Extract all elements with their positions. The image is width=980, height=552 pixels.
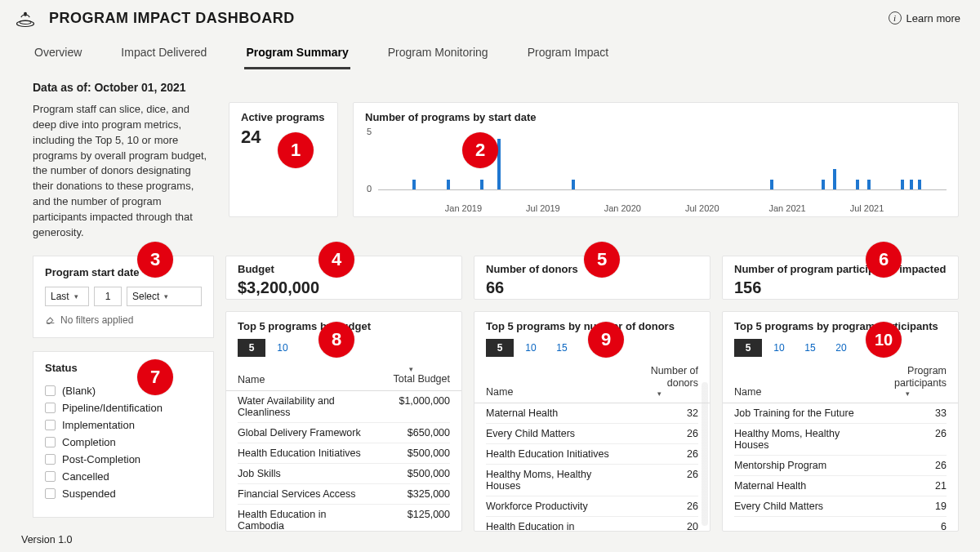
table-row[interactable]: Maternal Health21 [734,476,947,496]
active-programs-label: Active programs [241,111,326,123]
chart-bar[interactable] [833,169,836,189]
x-tick: Jan 2020 [604,203,641,213]
table-row[interactable]: Every Child Matters26 [486,424,698,444]
table-row[interactable]: Health Education in Cambodia20 [486,517,698,531]
col-name[interactable]: Name [734,386,868,398]
cell-value: 26 [868,460,947,471]
card-active-programs: Active programs 24 [229,102,338,217]
topn-tab[interactable]: 10 [517,339,545,357]
topn-tab[interactable]: 15 [548,339,576,357]
scrollbar[interactable] [702,382,708,526]
topn-tab[interactable]: 15 [796,339,824,357]
filter-status-title: Status [45,362,202,374]
chart-bar[interactable] [867,180,871,189]
checkbox-icon [45,420,56,430]
topn-tab[interactable]: 10 [765,339,793,357]
table-row[interactable]: Mentorship Program26 [734,456,947,476]
chart-bar[interactable] [412,180,416,189]
table-budget-title: Top 5 programs by budget [226,320,461,332]
chart-bar[interactable] [910,180,913,189]
cell-value: 26 [620,469,698,492]
table-row[interactable]: Health Education in Cambodia$125,000 [238,505,450,531]
status-option-label: Completion [62,436,116,448]
chart-bar[interactable] [572,180,575,189]
cell-name: Every Child Matters [734,501,868,512]
tab-overview[interactable]: Overview [33,41,83,69]
status-option[interactable]: Suspended [45,485,202,502]
table-row[interactable]: Healthy Moms, Healthy Houses26 [486,465,698,496]
filter-mode-select[interactable]: Last▾ [45,287,89,306]
chart-bar[interactable] [447,180,450,189]
tab-program-impact[interactable]: Program Impact [526,41,611,69]
table-row[interactable]: Job Training for the Future33 [734,403,947,424]
table-row[interactable]: Global Delivery Framework$650,000 [238,423,450,443]
cell-value: 33 [868,407,947,419]
status-option[interactable]: Pipeline/Identification [45,399,202,416]
table-row[interactable]: Job Skills$500,000 [238,464,450,484]
table-participants-title: Top 5 programs by program participants [723,320,958,332]
topn-tab[interactable]: 5 [734,339,762,357]
table-row[interactable]: Workforce Productivity26 [486,496,698,517]
budget-value: $3,200,000 [238,278,450,297]
topn-tab[interactable]: 5 [486,339,514,357]
table-row[interactable]: Health Education Initiatives$500,000 [238,443,450,464]
filter-start-date: Program start date Last▾ 1 Select▾ No fi… [33,256,214,338]
intro-text: Program staff can slice, dice, and deep … [33,102,214,241]
cell-value: $500,000 [372,447,450,459]
y-tick-5: 5 [367,127,372,136]
table-top-participants: Top 5 programs by program participants 5… [722,311,959,532]
cell-name: Workforce Productivity [486,501,620,512]
filter-count-input[interactable]: 1 [94,287,122,306]
chart-bar[interactable] [497,139,501,189]
chart-area[interactable]: 5 0 Jan 2019Jul 2019Jan 2020Jul 2020Jan … [378,127,947,202]
topn-tab[interactable]: 20 [827,339,855,357]
status-option-label: Pipeline/Identification [62,402,163,414]
checkbox-icon [45,488,56,499]
table-row[interactable]: Every Child Matters19 [734,496,947,517]
sort-desc-icon: ▾ [372,365,450,374]
filter-unit-select[interactable]: Select▾ [127,287,202,306]
sort-desc-icon: ▾ [620,390,698,398]
chart-bar[interactable] [480,180,483,189]
status-option[interactable]: Cancelled [45,468,202,485]
cell-name: Health Education Initiatives [486,448,620,460]
chart-bar[interactable] [901,180,904,189]
tab-impact-delivered[interactable]: Impact Delivered [119,41,208,69]
status-option[interactable]: Post-Completion [45,451,202,468]
x-tick: Jul 2020 [685,203,719,213]
col-name[interactable]: Name [238,374,372,385]
donors-label: Number of donors [486,263,698,275]
col-name[interactable]: Name [486,386,620,398]
checkbox-icon [45,385,56,396]
no-filters-row[interactable]: No filters applied [45,314,202,326]
x-tick: Jan 2019 [445,203,482,213]
table-row[interactable]: Healthy Moms, Healthy Houses26 [734,424,947,456]
chart-bar[interactable] [770,180,773,189]
chart-bar[interactable] [856,180,859,189]
cell-value: 32 [620,407,698,419]
status-option[interactable]: (Blank) [45,382,202,399]
table-row[interactable]: Water Availability and Cleanliness$1,000… [238,391,450,423]
cell-value: $650,000 [372,427,450,438]
topn-tab[interactable]: 10 [269,339,296,357]
chart-bar[interactable] [822,180,825,189]
table-row[interactable]: Maternal Health32 [486,403,698,424]
status-option-label: Suspended [62,487,116,500]
col-participants[interactable]: Program participants▾ [868,365,947,398]
cell-name: Health Education Initiatives [238,447,372,459]
table-row[interactable]: Health Education Initiatives26 [486,444,698,465]
col-num-donors[interactable]: Number of donors▾ [620,365,698,398]
status-option[interactable]: Implementation [45,416,202,434]
tab-program-summary[interactable]: Program Summary [244,41,350,69]
chart-bar[interactable] [918,180,921,189]
info-icon: i [889,11,902,24]
table-row[interactable]: 6 [734,517,947,531]
table-row[interactable]: Financial Services Access$325,000 [238,484,450,505]
status-option[interactable]: Completion [45,434,202,451]
checkbox-icon [45,437,56,447]
learn-more-link[interactable]: i Learn more [889,11,960,24]
cell-value: 21 [868,480,947,492]
topn-tab[interactable]: 5 [238,339,265,357]
col-total-budget[interactable]: ▾Total Budget [372,365,450,386]
tab-program-monitoring[interactable]: Program Monitoring [386,41,490,69]
